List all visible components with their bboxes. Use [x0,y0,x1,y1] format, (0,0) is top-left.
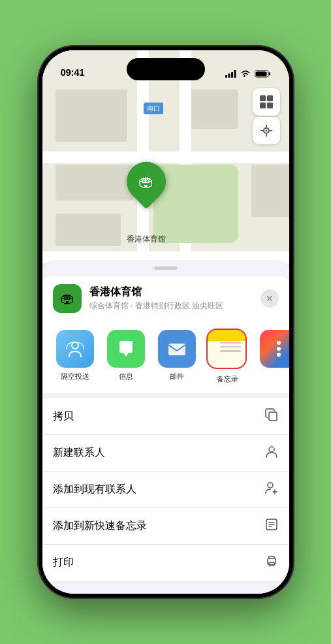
print-label: 打印 [53,556,74,570]
svg-rect-2 [231,72,233,78]
messages-label: 信息 [119,372,133,381]
notes-label: 备忘录 [217,374,238,384]
share-airdrop[interactable]: 隔空投送 [53,330,97,384]
svg-rect-10 [267,103,273,108]
status-time: 09:41 [61,67,85,78]
venue-name: 香港体育馆 [89,285,260,299]
new-contact-label: 新建联系人 [53,446,105,460]
location-btn[interactable] [253,117,280,144]
airdrop-label: 隔空投送 [61,372,89,381]
svg-rect-1 [228,74,230,78]
dynamic-island [127,58,205,80]
action-add-contact[interactable]: 添加到现有联系人 [42,472,289,508]
svg-rect-8 [267,95,273,101]
svg-point-13 [72,342,78,349]
new-contact-icon [264,444,279,462]
battery-icon [255,70,271,78]
venue-text: 香港体育馆 综合体育馆 · 香港特别行政区 油尖旺区 [89,285,260,312]
svg-rect-7 [260,95,266,101]
venue-pin: 🏟 香港体育馆 [127,171,166,245]
svg-point-17 [268,483,273,488]
quick-note-icon [264,517,279,535]
svg-rect-6 [255,72,266,76]
more-dots [277,341,281,357]
svg-rect-15 [269,412,277,421]
svg-rect-9 [260,103,266,108]
venue-info-row: 🏟 香港体育馆 综合体育馆 · 香港特别行政区 油尖旺区 ✕ [42,276,289,321]
action-list: 拷贝 新建联系人 [42,398,289,581]
map-view-toggle[interactable] [253,88,280,116]
airdrop-icon [56,330,94,368]
add-contact-icon [264,481,279,498]
copy-icon [264,408,279,425]
svg-rect-5 [269,72,270,76]
svg-point-16 [269,447,274,452]
close-button[interactable]: ✕ [260,289,279,308]
svg-rect-14 [168,344,185,355]
svg-rect-0 [225,75,227,78]
action-quick-note[interactable]: 添加到新快速备忘录 [42,508,289,545]
print-icon [264,554,279,572]
share-messages[interactable]: 信息 [104,330,148,384]
share-row: 隔空投送 信息 [42,321,289,393]
copy-label: 拷贝 [53,410,74,423]
status-icons [225,70,271,78]
svg-rect-3 [234,70,236,78]
venue-subtitle: 综合体育馆 · 香港特别行政区 油尖旺区 [89,300,260,312]
signal-icon [225,70,236,78]
action-new-contact[interactable]: 新建联系人 [42,435,289,472]
more-icon [260,330,289,368]
mail-icon [158,330,196,368]
bottom-sheet: 🏟 香港体育馆 综合体育馆 · 香港特别行政区 油尖旺区 ✕ [42,260,289,594]
add-contact-label: 添加到现有联系人 [53,483,136,496]
phone-frame: 09:41 [39,46,293,598]
map-controls [253,88,280,144]
pin-label: 香港体育馆 [127,234,166,245]
venue-icon: 🏟 [53,284,82,313]
share-mail[interactable]: 邮件 [155,330,199,384]
mail-label: 邮件 [170,372,184,381]
map-label: 南口 [144,103,163,114]
share-notes[interactable]: 备忘录 [206,330,250,384]
action-print[interactable]: 打印 [42,545,289,581]
sheet-handle [154,266,178,270]
wifi-icon [240,70,251,78]
quick-note-label: 添加到新快速备忘录 [53,519,147,533]
messages-icon [107,330,145,368]
notes-icon-inner [208,330,245,368]
action-copy[interactable]: 拷贝 [42,398,289,435]
phone-screen: 09:41 [42,50,289,594]
share-more[interactable] [257,330,289,384]
svg-point-12 [265,130,267,132]
